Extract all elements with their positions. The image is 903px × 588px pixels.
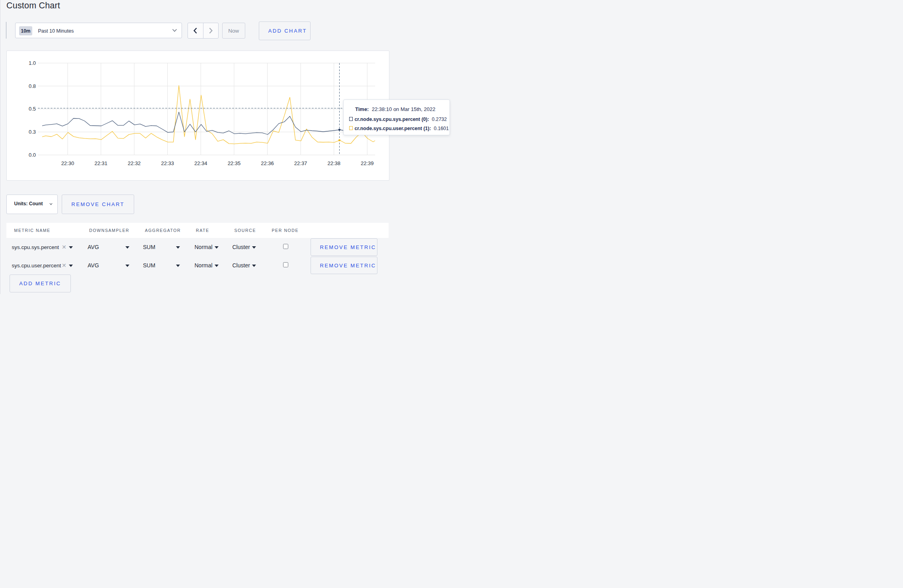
svg-text:22:34: 22:34 [194,160,207,166]
svg-text:22:31: 22:31 [94,160,108,166]
svg-text:22:36: 22:36 [261,160,274,166]
svg-text:22:39: 22:39 [361,160,374,166]
svg-text:22:32: 22:32 [128,160,141,166]
svg-text:0.3: 0.3 [29,129,36,135]
svg-text:22:30: 22:30 [61,160,74,166]
svg-text:1.0: 1.0 [29,60,36,66]
svg-text:22:33: 22:33 [161,160,174,166]
svg-text:22:37: 22:37 [294,160,307,166]
svg-text:0.5: 0.5 [29,106,36,112]
svg-text:0.0: 0.0 [29,152,36,158]
svg-text:0.8: 0.8 [29,83,36,89]
svg-text:22:35: 22:35 [228,160,241,166]
svg-text:22:38: 22:38 [327,160,340,166]
